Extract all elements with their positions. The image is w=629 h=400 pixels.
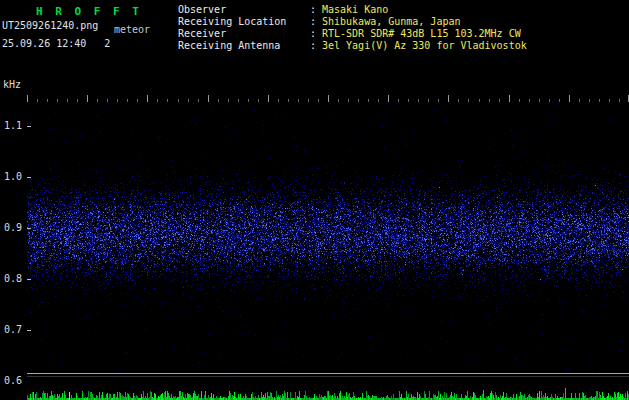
info-label: Receiving Antenna: [178, 40, 310, 52]
info-separator: :: [310, 40, 322, 52]
info-value: Masaki Kano: [322, 4, 388, 16]
output-filename: UT2509261240.png: [2, 20, 98, 31]
y-axis-label: 0.6: [4, 375, 22, 386]
hrofft-output-image: H R O F F T UT2509261240.png meteor 25.0…: [0, 0, 629, 400]
info-separator: :: [310, 28, 322, 40]
y-axis-label: 0.7: [4, 324, 22, 335]
y-axis-unit: kHz: [3, 79, 21, 90]
y-axis-label: 0.8: [4, 273, 22, 284]
info-value: 3el Yagi(V) Az 330 for Vladivostok: [322, 40, 527, 52]
info-separator: :: [310, 4, 322, 16]
timestamp: 25.09.26 12:40 2: [2, 38, 110, 49]
info-value: RTL-SDR SDR# 43dB L15 103.2MHz CW: [322, 28, 521, 40]
mode-label: meteor: [114, 24, 150, 35]
info-row-receiver: Receiver : RTL-SDR SDR# 43dB L15 103.2MH…: [178, 28, 527, 40]
signal-strip-canvas: [27, 373, 629, 400]
info-label: Receiving Location: [178, 16, 310, 28]
y-axis-label: 1.0: [4, 171, 22, 182]
app-title: H R O F F T: [36, 5, 142, 18]
info-label: Observer: [178, 4, 310, 16]
station-info: Observer : Masaki Kano Receiving Locatio…: [178, 4, 527, 52]
info-row-location: Receiving Location : Shibukawa, Gunma, J…: [178, 16, 527, 28]
info-row-observer: Observer : Masaki Kano: [178, 4, 527, 16]
y-axis-label: 0.9: [4, 222, 22, 233]
info-row-antenna: Receiving Antenna : 3el Yagi(V) Az 330 f…: [178, 40, 527, 52]
info-separator: :: [310, 16, 322, 28]
info-label: Receiver: [178, 28, 310, 40]
spectrogram-canvas: [27, 75, 629, 373]
info-value: Shibukawa, Gunma, Japan: [322, 16, 460, 28]
y-axis-label: 1.1: [4, 120, 22, 131]
